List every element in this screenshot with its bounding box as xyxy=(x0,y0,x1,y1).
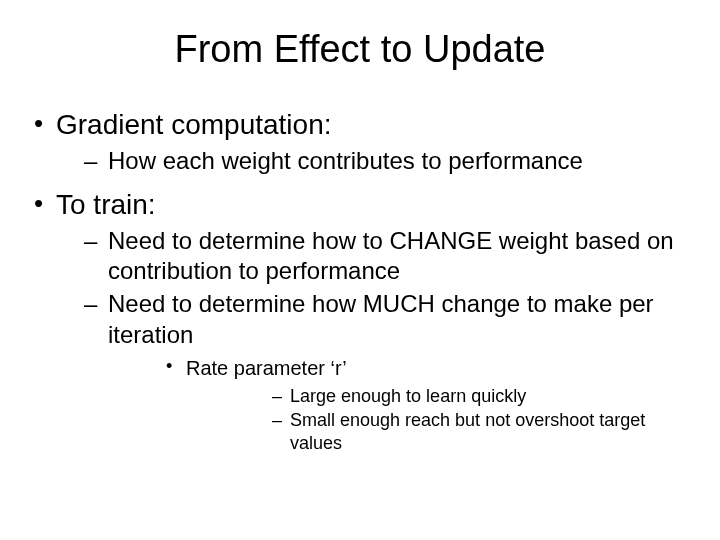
slide-title: From Effect to Update xyxy=(30,28,690,71)
bullet-lvl2: Need to determine how to CHANGE weight b… xyxy=(56,226,690,287)
bullet-lvl1: Gradient computation: How each weight co… xyxy=(30,107,690,177)
bullet-lvl3: Rate parameter ‘r’ Large enough to learn… xyxy=(108,355,690,456)
bullet-lvl4: Small enough reach but not overshoot tar… xyxy=(186,409,690,456)
bullet-text: Large enough to learn quickly xyxy=(290,386,526,406)
bullet-text: Gradient computation: xyxy=(56,109,332,140)
bullet-lvl1: To train: Need to determine how to CHANG… xyxy=(30,187,690,456)
sub-list: Rate parameter ‘r’ Large enough to learn… xyxy=(108,355,690,456)
sub-list: Large enough to learn quickly Small enou… xyxy=(186,385,690,456)
bullet-text: To train: xyxy=(56,189,156,220)
bullet-text: Need to determine how MUCH change to mak… xyxy=(108,290,654,348)
bullet-lvl2: Need to determine how MUCH change to mak… xyxy=(56,289,690,456)
bullet-lvl4: Large enough to learn quickly xyxy=(186,385,690,408)
bullet-text: How each weight contributes to performan… xyxy=(108,147,583,174)
bullet-text: Small enough reach but not overshoot tar… xyxy=(290,410,645,453)
slide: From Effect to Update Gradient computati… xyxy=(0,0,720,540)
bullet-text: Need to determine how to CHANGE weight b… xyxy=(108,227,674,285)
sub-list: Need to determine how to CHANGE weight b… xyxy=(56,226,690,456)
bullet-list: Gradient computation: How each weight co… xyxy=(30,107,690,456)
bullet-lvl2: How each weight contributes to performan… xyxy=(56,146,690,177)
sub-list: How each weight contributes to performan… xyxy=(56,146,690,177)
bullet-text: Rate parameter ‘r’ xyxy=(186,357,347,379)
